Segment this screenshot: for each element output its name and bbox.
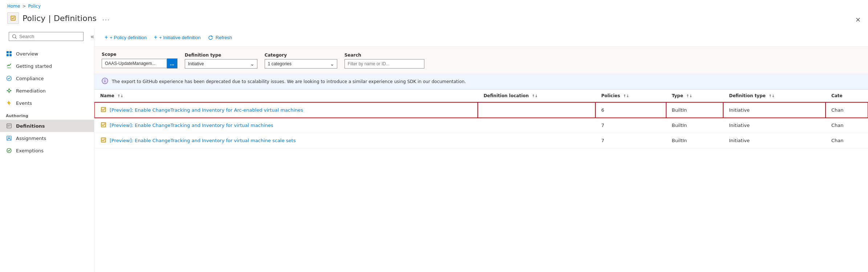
- authoring-section-header: Authoring: [0, 109, 94, 120]
- definition-type-select-wrapper: All Policy definition Initiative: [185, 59, 257, 69]
- getting-started-label: Getting started: [16, 63, 52, 69]
- compliance-icon: [6, 75, 12, 82]
- cell-policies-0: 6: [595, 102, 666, 118]
- sidebar-item-events[interactable]: Events: [0, 97, 94, 109]
- notice-icon: [102, 78, 108, 86]
- sidebar-item-exemptions[interactable]: Exemptions: [0, 144, 94, 157]
- scope-dots-button[interactable]: ...: [167, 58, 178, 69]
- close-button[interactable]: ✕: [855, 16, 861, 24]
- cell-type-2: BuiltIn: [666, 133, 724, 148]
- policy-row-icon-2: [100, 137, 107, 144]
- definition-type-filter-group: Definition type All Policy definition In…: [185, 53, 257, 69]
- category-select[interactable]: 1 categories: [265, 59, 337, 69]
- cell-location-0: [478, 102, 595, 118]
- sidebar-item-overview[interactable]: Overview: [0, 48, 94, 60]
- table-row[interactable]: [Preview]: Enable ChangeTracking and Inv…: [94, 102, 868, 118]
- cell-name-2: [Preview]: Enable ChangeTracking and Inv…: [94, 133, 478, 148]
- cell-type-1: BuiltIn: [666, 118, 724, 133]
- svg-point-15: [105, 79, 105, 80]
- cell-definition-type-0: Initiative: [723, 102, 826, 118]
- policy-icon: [7, 12, 19, 24]
- col-category: Cate: [826, 90, 868, 102]
- svg-rect-4: [9, 51, 12, 53]
- category-label: Category: [265, 53, 337, 58]
- policy-link-0[interactable]: [Preview]: Enable ChangeTracking and Inv…: [100, 106, 472, 114]
- search-icon: [12, 34, 17, 39]
- svg-rect-9: [7, 124, 11, 128]
- exemptions-label: Exemptions: [16, 148, 44, 153]
- definition-location-sort-icon[interactable]: ↑↓: [532, 94, 538, 98]
- definitions-table: Name ↑↓ Definition location ↑↓ Policies …: [94, 90, 868, 148]
- sidebar-item-compliance[interactable]: Compliance: [0, 72, 94, 85]
- svg-point-12: [7, 148, 11, 153]
- content-area: + + Policy definition + + Initiative def…: [94, 28, 868, 272]
- svg-point-7: [7, 76, 12, 81]
- definition-type-select[interactable]: All Policy definition Initiative: [185, 59, 257, 69]
- filter-search-label: Search: [345, 53, 424, 58]
- cell-category-0: Chan: [826, 102, 868, 118]
- scope-label: Scope: [102, 52, 178, 57]
- definitions-label: Definitions: [16, 123, 45, 129]
- table-row[interactable]: [Preview]: Enable ChangeTracking and Inv…: [94, 118, 868, 133]
- compliance-label: Compliance: [16, 76, 44, 81]
- cell-category-1: Chan: [826, 118, 868, 133]
- sidebar-item-remediation[interactable]: Remediation: [0, 85, 94, 97]
- assignments-icon: [6, 135, 12, 141]
- cell-name-1: [Preview]: Enable ChangeTracking and Inv…: [94, 118, 478, 133]
- col-definition-type: Definition type ↑↓: [723, 90, 826, 102]
- policy-row-icon-1: [100, 121, 107, 129]
- breadcrumb-home[interactable]: Home: [7, 4, 20, 9]
- svg-point-8: [8, 90, 10, 92]
- svg-rect-16: [105, 81, 105, 82]
- sidebar-item-definitions[interactable]: Definitions: [0, 120, 94, 132]
- cell-policies-2: 7: [595, 133, 666, 148]
- plus-icon: +: [105, 34, 108, 41]
- cell-definition-type-1: Initiative: [723, 118, 826, 133]
- breadcrumb-policy[interactable]: Policy: [28, 4, 41, 9]
- definition-type-sort-icon[interactable]: ↑↓: [769, 94, 775, 98]
- remediation-icon: [6, 87, 12, 94]
- cell-location-1: [478, 118, 595, 133]
- table-row[interactable]: [Preview]: Enable ChangeTracking and Inv…: [94, 133, 868, 148]
- cell-location-2: [478, 133, 595, 148]
- policy-name-2: [Preview]: Enable ChangeTracking and Inv…: [110, 138, 296, 143]
- col-policies: Policies ↑↓: [595, 90, 666, 102]
- events-icon: [6, 100, 12, 106]
- policy-name-0: [Preview]: Enable ChangeTracking and Inv…: [110, 107, 303, 113]
- cell-definition-type-2: Initiative: [723, 133, 826, 148]
- initiative-definition-button[interactable]: + + Initiative definition: [151, 32, 204, 43]
- breadcrumb: Home > Policy: [0, 0, 868, 11]
- table-container: Name ↑↓ Definition location ↑↓ Policies …: [94, 90, 868, 272]
- col-definition-location: Definition location ↑↓: [478, 90, 595, 102]
- filter-search-input[interactable]: [345, 59, 424, 69]
- definitions-icon: [6, 123, 12, 129]
- cell-name-0: [Preview]: Enable ChangeTracking and Inv…: [94, 102, 478, 118]
- refresh-button[interactable]: Refresh: [205, 32, 235, 42]
- category-filter-group: Category 1 categories: [265, 53, 337, 69]
- ellipsis-button[interactable]: ...: [100, 14, 112, 23]
- policies-sort-icon[interactable]: ↑↓: [623, 94, 629, 98]
- collapse-sidebar-button[interactable]: «: [89, 32, 94, 41]
- col-name: Name ↑↓: [94, 90, 478, 102]
- scope-filter-group: Scope ...: [102, 52, 178, 69]
- events-label: Events: [16, 100, 32, 106]
- scope-input[interactable]: [102, 59, 167, 68]
- cell-category-2: Chan: [826, 133, 868, 148]
- policy-definition-button[interactable]: + + Policy definition: [102, 32, 150, 43]
- svg-rect-6: [9, 54, 12, 56]
- filter-bar: Scope ... Definition type All Policy def…: [94, 47, 868, 74]
- policy-link-2[interactable]: [Preview]: Enable ChangeTracking and Inv…: [100, 137, 472, 144]
- policy-link-1[interactable]: [Preview]: Enable ChangeTracking and Inv…: [100, 121, 472, 129]
- refresh-label: Refresh: [216, 35, 232, 40]
- sidebar-item-assignments[interactable]: Assignments: [0, 132, 94, 144]
- policy-name-1: [Preview]: Enable ChangeTracking and Inv…: [110, 123, 273, 128]
- scope-input-group: ...: [102, 58, 178, 69]
- sidebar-item-getting-started[interactable]: Getting started: [0, 60, 94, 72]
- name-sort-icon[interactable]: ↑↓: [117, 94, 123, 98]
- definition-type-label: Definition type: [185, 53, 257, 58]
- search-input[interactable]: [19, 34, 80, 39]
- type-sort-icon[interactable]: ↑↓: [686, 94, 692, 98]
- sidebar: « Overview Getting started Compliance: [0, 28, 94, 272]
- sidebar-search[interactable]: [9, 32, 83, 41]
- exemptions-icon: [6, 147, 12, 154]
